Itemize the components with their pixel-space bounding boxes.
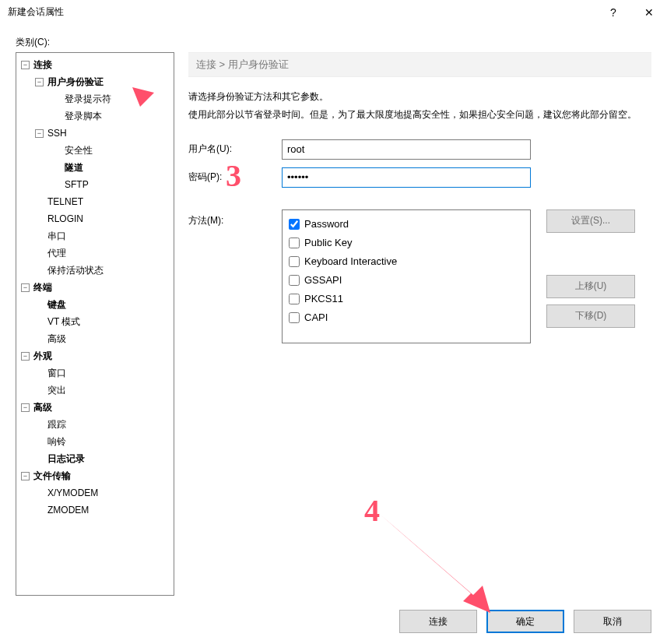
- tree-item-user-auth[interactable]: −用户身份验证: [18, 73, 172, 90]
- collapse-icon[interactable]: −: [35, 78, 44, 86]
- username-input[interactable]: [282, 139, 531, 160]
- method-item-pkcs11[interactable]: PKCS11: [289, 290, 524, 308]
- method-checkbox-password[interactable]: [289, 219, 300, 230]
- tree-item-advanced[interactable]: −高级: [18, 399, 172, 416]
- username-label: 用户名(U):: [188, 143, 282, 156]
- tree-item-trace[interactable]: 跟踪: [18, 416, 172, 433]
- breadcrumb: 连接 > 用户身份验证: [188, 52, 651, 77]
- collapse-icon[interactable]: −: [21, 283, 30, 292]
- tree-item-login-prompt[interactable]: 登录提示符: [18, 90, 172, 107]
- method-item-capi[interactable]: CAPI: [289, 308, 524, 327]
- dialog-footer: 连接 确定 取消: [399, 610, 651, 633]
- password-input[interactable]: [282, 167, 531, 188]
- cancel-button[interactable]: 取消: [574, 610, 651, 633]
- tree-item-connection[interactable]: −连接: [18, 56, 172, 73]
- tree-item-keepalive[interactable]: 保持活动状态: [18, 262, 172, 279]
- method-item-gssapi[interactable]: GSSAPI: [289, 271, 524, 290]
- collapse-icon[interactable]: −: [21, 472, 30, 480]
- tree-item-filetransfer[interactable]: −文件传输: [18, 467, 172, 484]
- move-down-button[interactable]: 下移(D): [546, 304, 635, 328]
- ok-button[interactable]: 确定: [486, 610, 564, 633]
- collapse-icon[interactable]: −: [35, 129, 44, 138]
- tree-item-login-script[interactable]: 登录脚本: [18, 107, 172, 125]
- help-button[interactable]: ?: [595, 0, 631, 25]
- method-item-publickey[interactable]: Public Key: [289, 234, 524, 252]
- method-label: 方法(M):: [188, 209, 282, 227]
- tree-item-serial[interactable]: 串口: [18, 227, 172, 245]
- tree-item-appearance[interactable]: −外观: [18, 347, 172, 364]
- tree-item-xymodem[interactable]: X/YMODEM: [18, 484, 172, 501]
- tree-item-telnet[interactable]: TELNET: [18, 193, 172, 210]
- method-checkbox-gssapi[interactable]: [289, 275, 300, 286]
- tree-item-tunnel[interactable]: 隧道: [18, 159, 172, 176]
- window-title: 新建会话属性: [8, 5, 64, 19]
- collapse-icon[interactable]: −: [21, 352, 30, 361]
- method-checkbox-pkcs11[interactable]: [289, 294, 300, 304]
- tree-item-sftp[interactable]: SFTP: [18, 176, 172, 193]
- description: 请选择身份验证方法和其它参数。 使用此部分以节省登录时间。但是，为了最大限度地提…: [188, 88, 651, 124]
- connect-button[interactable]: 连接: [399, 610, 477, 633]
- method-item-password[interactable]: Password: [289, 215, 524, 234]
- tree-item-window[interactable]: 窗口: [18, 364, 172, 382]
- tree-item-rlogin[interactable]: RLOGIN: [18, 210, 172, 227]
- move-up-button[interactable]: 上移(U): [546, 275, 635, 298]
- tree-item-highlight[interactable]: 突出: [18, 382, 172, 399]
- category-tree[interactable]: −连接 −用户身份验证 登录提示符 登录脚本 −SSH 安全性 隧道: [16, 52, 174, 596]
- main-pane: 连接 > 用户身份验证 请选择身份验证方法和其它参数。 使用此部分以节省登录时间…: [188, 52, 651, 596]
- method-list[interactable]: Password Public Key Keyboard Interactive…: [282, 209, 531, 343]
- tree-item-term-advanced[interactable]: 高级: [18, 330, 172, 347]
- category-label: 类别(C):: [16, 36, 651, 49]
- password-label: 密码(P):: [188, 171, 282, 184]
- title-bar: 新建会话属性 ? ✕: [0, 0, 667, 25]
- tree-item-proxy[interactable]: 代理: [18, 245, 172, 262]
- tree-item-bell[interactable]: 响铃: [18, 433, 172, 450]
- method-checkbox-capi[interactable]: [289, 312, 300, 323]
- tree-item-keyboard[interactable]: 键盘: [18, 296, 172, 313]
- tree-item-terminal[interactable]: −终端: [18, 279, 172, 296]
- collapse-icon[interactable]: −: [21, 403, 30, 412]
- tree-item-logging[interactable]: 日志记录: [18, 450, 172, 467]
- collapse-icon[interactable]: −: [21, 61, 30, 69]
- tree-item-zmodem[interactable]: ZMODEM: [18, 501, 172, 519]
- method-item-keyboard[interactable]: Keyboard Interactive: [289, 252, 524, 271]
- settings-button[interactable]: 设置(S)...: [546, 209, 635, 233]
- close-button[interactable]: ✕: [631, 0, 667, 25]
- description-line-1: 请选择身份验证方法和其它参数。: [188, 88, 651, 106]
- method-checkbox-publickey[interactable]: [289, 238, 300, 248]
- tree-item-ssh[interactable]: −SSH: [18, 125, 172, 142]
- tree-item-security[interactable]: 安全性: [18, 142, 172, 159]
- tree-item-vtmode[interactable]: VT 模式: [18, 313, 172, 330]
- description-line-2: 使用此部分以节省登录时间。但是，为了最大限度地提高安全性，如果担心安全问题，建议…: [188, 106, 651, 124]
- method-checkbox-keyboard[interactable]: [289, 256, 300, 267]
